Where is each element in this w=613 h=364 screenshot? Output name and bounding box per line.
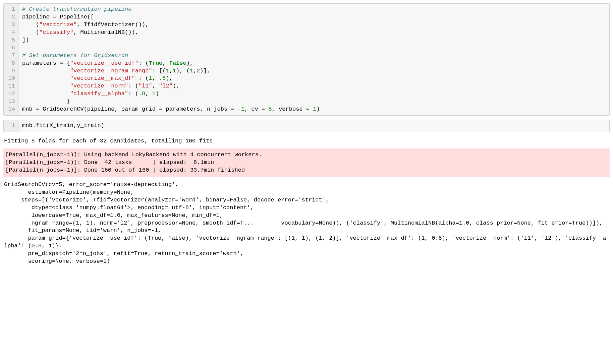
- line-number: 6: [5, 44, 16, 52]
- code-token: =: [231, 106, 234, 112]
- code-token: 1: [173, 68, 176, 74]
- line-number: 1: [5, 122, 16, 130]
- code-token: =: [60, 60, 63, 66]
- line-number: 1: [5, 6, 16, 13]
- code-token: 5: [269, 106, 272, 112]
- code-token: {: [63, 60, 70, 66]
- code-token: ,: [162, 60, 169, 66]
- code-token: "classify__alpha": [70, 90, 128, 97]
- code-token: , MultinomialNB()),: [73, 29, 138, 36]
- code-token: =: [53, 14, 56, 20]
- code-token: : (: [128, 90, 138, 97]
- code-token: : (: [128, 83, 138, 89]
- code-token: =: [36, 106, 39, 112]
- code-token: pipeline: [22, 14, 53, 20]
- code-token: True: [149, 60, 162, 66]
- code-token: "l2": [159, 83, 173, 89]
- code-token: 1: [152, 90, 156, 97]
- code-token: , TfidfVectorizer()),: [77, 21, 149, 28]
- code-token: [22, 75, 70, 81]
- code-token: "l1": [138, 83, 152, 89]
- code-token: .8: [159, 75, 166, 81]
- code-token: ,: [145, 90, 152, 97]
- code-token: # Set parameters for Gridsearch: [22, 52, 128, 59]
- code-token: =: [306, 106, 310, 112]
- code-token: , verbose: [272, 106, 306, 112]
- code-area[interactable]: # Create transformation pipeline pipelin…: [19, 4, 609, 115]
- code-cell-1[interactable]: 1 2 3 4 5 6 7 8 9 10 11 12 13 14 # Creat…: [3, 3, 610, 116]
- code-token: # Create transformation pipeline: [22, 6, 131, 12]
- code-token: : [(: [152, 68, 166, 74]
- code-token: Pipeline([: [56, 14, 94, 20]
- line-number: 11: [5, 82, 16, 90]
- line-number: 12: [5, 90, 16, 98]
- code-token: 2: [197, 68, 200, 74]
- code-token: , cv: [244, 106, 262, 112]
- code-token: 1: [313, 106, 316, 112]
- code-token: ,: [193, 68, 197, 74]
- code-token: "vectorize__use_idf": [70, 60, 138, 66]
- code-token: "vectorize__ngram_range": [70, 68, 152, 74]
- code-token: ,: [152, 75, 159, 81]
- code-token: }: [22, 98, 70, 105]
- code-token: ,: [169, 68, 173, 74]
- code-token: ): [156, 90, 159, 97]
- code-token: [22, 68, 70, 74]
- code-token: (: [22, 29, 39, 36]
- code-token: 1: [149, 75, 152, 81]
- code-token: -: [238, 106, 241, 112]
- code-area[interactable]: mnb.fit(X_train,y_train): [19, 120, 609, 132]
- code-token: parameters, n_jobs: [162, 106, 231, 112]
- code-token: GridSearchCV(pipeline, param_grid: [39, 106, 159, 112]
- code-token: )],: [200, 68, 211, 74]
- code-token: ): [316, 106, 320, 112]
- line-number: 3: [5, 21, 16, 29]
- code-token: [22, 83, 70, 89]
- code-token: "vectorize__norm": [70, 83, 128, 89]
- line-number: 4: [5, 29, 16, 37]
- line-number: 5: [5, 37, 16, 44]
- code-token: .8: [138, 90, 145, 97]
- code-token: mnb: [22, 122, 33, 129]
- code-token: "vectorize": [39, 21, 77, 28]
- line-number: 2: [5, 13, 16, 21]
- code-token: .: [33, 122, 36, 129]
- output-result: GridSearchCV(cv=5, error_score='raise-de…: [3, 180, 610, 266]
- code-token: ),: [166, 75, 173, 81]
- code-token: 1: [241, 106, 244, 112]
- line-number: 9: [5, 67, 16, 75]
- code-cell-2[interactable]: 1 mnb.fit(X_train,y_train): [3, 120, 610, 132]
- code-token: =: [262, 106, 265, 112]
- code-token: ,: [152, 83, 159, 89]
- line-number: 10: [5, 75, 16, 82]
- line-number: 8: [5, 60, 16, 67]
- code-token: (: [22, 21, 39, 28]
- code-token: "vectorize__max_df": [70, 75, 135, 81]
- code-token: "classify": [39, 29, 73, 36]
- line-number: 14: [5, 106, 16, 113]
- code-token: mnb: [22, 106, 36, 112]
- code-token: [22, 90, 70, 97]
- line-number: 7: [5, 52, 16, 60]
- code-token: =: [159, 106, 162, 112]
- code-token: fit(X_train,y_train): [36, 122, 104, 129]
- code-token: [265, 106, 268, 112]
- line-number: 13: [5, 98, 16, 106]
- line-number-gutter: 1: [4, 120, 19, 132]
- line-number-gutter: 1 2 3 4 5 6 7 8 9 10 11 12 13 14: [4, 4, 19, 115]
- code-token: 1: [166, 68, 169, 74]
- code-token: [234, 106, 238, 112]
- code-token: ),: [186, 60, 193, 66]
- code-token: parameters: [22, 60, 60, 66]
- code-token: False: [169, 60, 186, 66]
- code-token: 1: [190, 68, 193, 74]
- code-token: ), (: [176, 68, 190, 74]
- output-stdout: Fitting 5 folds for each of 32 candidate…: [3, 136, 610, 148]
- output-stderr: [Parallel(n_jobs=-1)]: Using backend Lok…: [3, 148, 610, 177]
- code-token: ),: [173, 83, 179, 89]
- code-token: : (: [138, 60, 149, 66]
- code-token: [310, 106, 313, 112]
- code-token: : (: [135, 75, 149, 81]
- code-token: ]): [22, 37, 29, 43]
